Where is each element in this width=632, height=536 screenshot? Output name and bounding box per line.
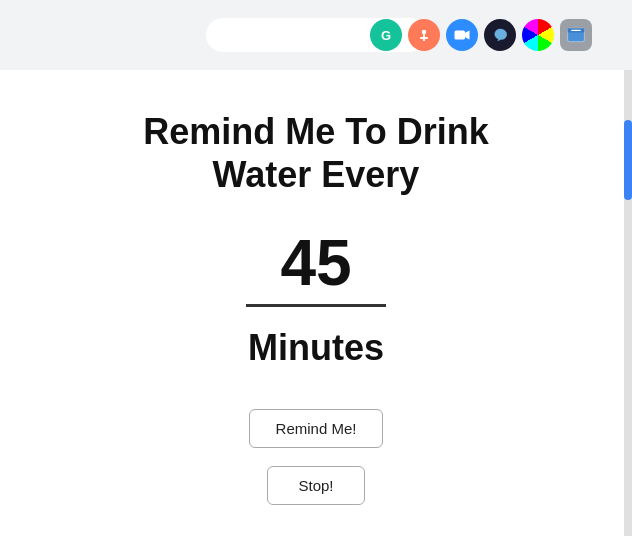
- grammarly-extension-icon[interactable]: G: [370, 19, 402, 51]
- page-title: Remind Me To Drink Water Every: [143, 110, 488, 196]
- svg-marker-4: [465, 31, 470, 40]
- minutes-label: Minutes: [248, 327, 384, 369]
- browser-extension-icon[interactable]: [560, 19, 592, 51]
- minutes-value: 45: [246, 226, 386, 307]
- svg-point-0: [422, 30, 427, 35]
- main-content: Remind Me To Drink Water Every 45 Minute…: [0, 70, 632, 536]
- svg-rect-3: [455, 31, 466, 40]
- hubspot-extension-icon[interactable]: [408, 19, 440, 51]
- color-picker-extension-icon[interactable]: [522, 19, 554, 51]
- scrollbar-thumb: [624, 120, 632, 200]
- zoom-extension-icon[interactable]: [446, 19, 478, 51]
- scrollbar: [624, 70, 632, 536]
- stop-button[interactable]: Stop!: [267, 466, 364, 505]
- remind-me-button[interactable]: Remind Me!: [249, 409, 384, 448]
- browser-bar: G: [0, 0, 632, 70]
- simplenote-extension-icon[interactable]: [484, 19, 516, 51]
- browser-extensions: G: [370, 19, 592, 51]
